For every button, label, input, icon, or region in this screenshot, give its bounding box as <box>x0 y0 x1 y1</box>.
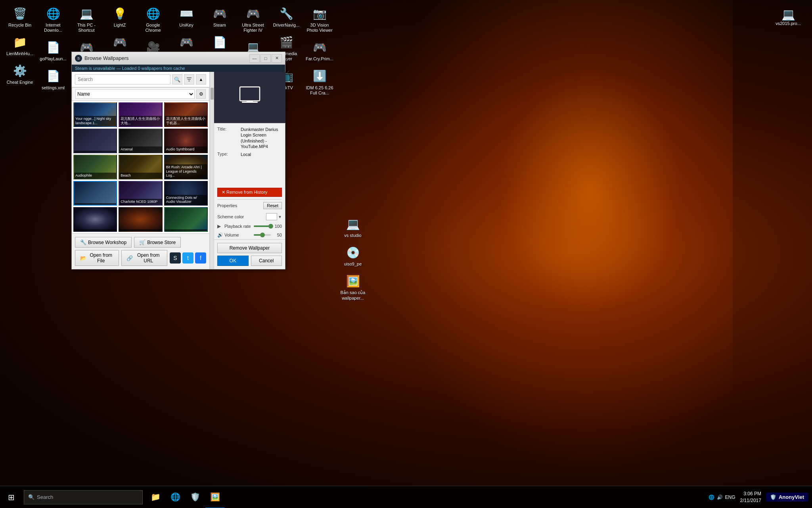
scheme-color-picker[interactable]: ▼ <box>266 213 282 220</box>
desktop-icon-this-pc[interactable]: 💻 This PC - Shortcut <box>71 4 102 35</box>
wallpaper-label-7: Audiophile <box>74 173 116 179</box>
ok-button[interactable]: OK <box>217 256 249 266</box>
taskbar-file-explorer[interactable]: 📁 <box>146 486 165 508</box>
volume-slider[interactable] <box>254 234 271 236</box>
dialog-window-controls: — □ ✕ <box>249 54 282 63</box>
taskbar-antivirus[interactable]: 🛡️ <box>186 486 205 508</box>
wallpaper-item-10[interactable] <box>73 181 117 206</box>
desktop-icon-goplay[interactable]: 📄 goPlayLaun... <box>37 38 69 63</box>
wallpaper-item-14[interactable] <box>119 207 162 232</box>
wallpaper-item-11[interactable]: Charlotte NCED 1080P <box>119 181 162 206</box>
wallpaper-item-1[interactable]: Your ngge...] Night sky landscape.1... <box>73 102 117 127</box>
scroll-thumb[interactable] <box>211 88 214 100</box>
scrollbar[interactable] <box>210 72 214 269</box>
wallpaper-item-8[interactable]: Beach <box>119 155 162 179</box>
wallpaper-item-13[interactable] <box>73 207 117 232</box>
start-button[interactable]: ⊞ <box>0 486 22 508</box>
scheme-color-row: Scheme color ▼ <box>217 213 282 220</box>
top-right-desktop-icon[interactable]: 💻 vs2015.pro... <box>772 8 804 26</box>
search-icon: 🔍 <box>28 494 34 500</box>
steam-share-icon[interactable]: S <box>170 252 181 264</box>
open-from-file-button[interactable]: 📂 Open from File <box>75 250 119 266</box>
settings-gear-button[interactable]: ⚙ <box>196 89 206 99</box>
desktop-icon-internet-download[interactable]: 🌐 Internet Downlo... <box>37 4 69 35</box>
desktop-icon-far-cry-prim2[interactable]: 🎮 Far.Cry.Prim... <box>304 38 335 63</box>
play-icon: ▶ <box>217 223 223 229</box>
desktop-icon-settings-xml[interactable]: 📄 settings.xml <box>37 67 69 92</box>
open-from-url-button[interactable]: 🔗 Open from URL <box>121 250 167 266</box>
playback-thumb[interactable] <box>268 224 273 229</box>
desktop-icon-lienminhhuu[interactable]: 📁 LienMinhHu... <box>4 33 36 58</box>
wallpaper-label-11: Charlotte NCED 1080P <box>119 199 161 205</box>
cancel-button[interactable]: Cancel <box>251 256 282 266</box>
color-swatch <box>266 213 277 220</box>
volume-thumb[interactable] <box>260 233 265 237</box>
facebook-share-icon[interactable]: f <box>195 252 206 264</box>
wallpaper-label-10 <box>74 203 116 205</box>
volume-row: 🔊 Volume 50 <box>217 232 282 238</box>
remove-from-history-button[interactable]: ✕ Remove from History <box>217 188 282 197</box>
browse-workshop-button[interactable]: 🔧 Browse Workshop <box>75 237 132 248</box>
sort-select[interactable]: Name Date Added Rating <box>75 89 195 99</box>
search-button[interactable]: 🔍 <box>172 74 182 85</box>
desktop-icon-lightz[interactable]: 💡 LightZ <box>104 4 136 29</box>
desktop-icon-cheat-engine[interactable]: ⚙️ Cheat Engine <box>4 61 36 87</box>
wallpaper-item-2[interactable]: 花元配搭人生生涯曲线小 大地... <box>119 102 162 127</box>
wallpaper-item-15[interactable] <box>164 207 208 232</box>
minimize-button[interactable]: — <box>249 54 260 63</box>
filter-button[interactable] <box>184 74 194 85</box>
wallpaper-label-2: 花元配搭人生生涯曲线小 大地... <box>119 116 161 126</box>
playback-rate-slider[interactable] <box>254 225 271 227</box>
desktop-icon-idm[interactable]: ⬇️ IDM 6.25 6.26 Full Cra... <box>304 67 335 97</box>
desktop-icon-usf4[interactable]: 🎮 Ultra Street Fighter IV <box>237 4 269 35</box>
dialog-status-bar: Steam is unavailable — Loaded 0 wallpape… <box>72 65 285 72</box>
search-input[interactable] <box>75 74 170 85</box>
wallpaper-item-7[interactable]: Audiophile <box>73 155 117 179</box>
ok-cancel-row: OK Cancel <box>217 256 282 266</box>
anony-viet-badge: 🛡️ AnonyViet <box>766 493 808 502</box>
wallpaper-item-12[interactable]: Connecting Dots w/ Audio Visualizer <box>164 181 208 206</box>
wallpaper-item-6[interactable]: Audio Synthboard <box>164 129 208 153</box>
wallpaper-item-9[interactable]: Bit Rush: Arcade Ahri | League of Legend… <box>164 155 208 179</box>
title-row: Title: Dunkmaster Darius Login Screen (U… <box>217 127 282 149</box>
dialog-actions: Remove Wallpaper OK Cancel <box>214 239 285 269</box>
filter-icon <box>186 77 192 82</box>
taskbar-right-area: 🌐 🔊 ENG 3:06 PM 2/11/2017 🛡️ AnonyViet <box>709 491 812 504</box>
steam-logo-icon: S <box>75 55 82 62</box>
desktop-icon-recycle-bin[interactable]: 🗑️ Recycle Bin <box>4 4 36 29</box>
wallpaper-label-13 <box>74 229 116 231</box>
wallpaper-item-3[interactable]: 花元配搭人生生涯曲线小于机器... <box>164 102 208 127</box>
sort-asc-button[interactable]: ▲ <box>196 74 206 85</box>
dialog-body: 🔍 ▲ Name Date Added R <box>72 72 285 269</box>
desktop-icon-uiso9[interactable]: 💿 uiso9_pe <box>337 243 369 268</box>
desktop-icon-drivernavig[interactable]: 🔧 DriverNavig... <box>270 4 302 29</box>
taskbar-wallpaper-engine[interactable]: 🖼️ <box>205 486 224 508</box>
desktop-col-10: 📷 3D Vision Photo Viewer 🎮 Far.Cry.Prim.… <box>304 4 335 97</box>
wallpaper-label-1: Your ngge...] Night sky landscape.1... <box>74 116 116 126</box>
language-indicator: ENG <box>725 495 735 500</box>
desktop-icon-vs-studio[interactable]: 💻 vs studio <box>337 214 369 240</box>
twitter-share-icon[interactable]: t <box>182 252 193 264</box>
color-dropdown-arrow: ▼ <box>278 215 282 219</box>
close-button[interactable]: ✕ <box>272 54 282 63</box>
bottom-row-1: 🔧 Browse Workshop 🛒 Browse Store <box>75 237 206 248</box>
taskbar-chrome[interactable]: 🌐 <box>166 486 185 508</box>
wallpaper-label-9: Bit Rush: Arcade Ahri | League of Legend… <box>165 164 207 179</box>
wallpaper-item-5[interactable]: Arsenal <box>119 129 162 153</box>
reset-button[interactable]: Reset <box>263 202 282 209</box>
url-icon: 🔗 <box>126 255 133 261</box>
wallpaper-item-4[interactable] <box>73 129 117 153</box>
maximize-button[interactable]: □ <box>260 54 271 63</box>
desktop-icon-unikey[interactable]: ⌨️ UniKey <box>170 4 202 29</box>
flame-effect <box>376 0 733 476</box>
remove-wallpaper-button[interactable]: Remove Wallpaper <box>217 243 282 253</box>
desktop-icon-ban-sao[interactable]: 🖼️ Bản sao của wallpaper... <box>337 271 369 302</box>
browse-store-button[interactable]: 🛒 Browse Store <box>134 237 181 248</box>
desktop-icon-google-chrome[interactable]: 🌐 Google Chrome <box>137 4 169 35</box>
desktop-icon-3d-vision[interactable]: 📷 3D Vision Photo Viewer <box>304 4 335 35</box>
properties-panel: Title: Dunkmaster Darius Login Screen (U… <box>214 72 285 269</box>
desktop-icon-steam[interactable]: 🎮 Steam <box>204 4 236 29</box>
wallpaper-preview <box>214 72 285 123</box>
taskbar-search[interactable]: 🔍 Search <box>24 490 143 504</box>
wallpaper-label-15 <box>165 229 207 231</box>
